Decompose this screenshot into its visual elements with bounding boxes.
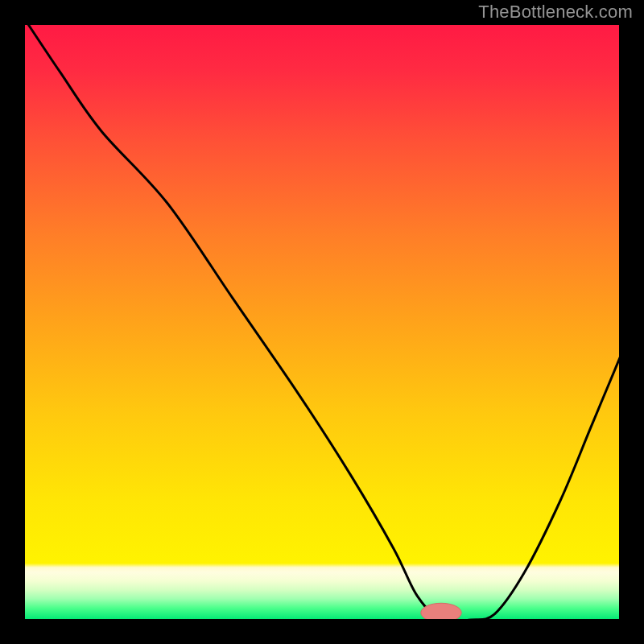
chart-stage: TheBottleneck.com — [0, 0, 644, 644]
bottleneck-chart — [0, 0, 644, 644]
watermark-text: TheBottleneck.com — [478, 2, 633, 23]
plot-gradient-background — [24, 24, 620, 620]
